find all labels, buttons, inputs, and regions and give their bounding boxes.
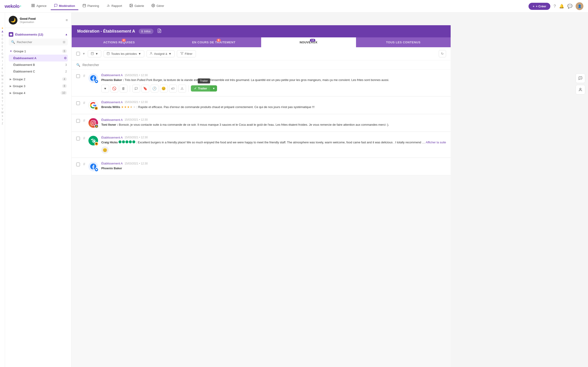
alpha-c[interactable]: C <box>2 37 3 41</box>
tab-tous[interactable]: TOUS LES CONTENUS <box>356 37 451 47</box>
checkbox-dropdown-arrow[interactable]: ▼ <box>82 52 86 56</box>
sidebar-search-input[interactable] <box>17 40 61 44</box>
group-4-count: 10 <box>61 91 67 95</box>
alpha-r[interactable]: R <box>2 92 3 96</box>
alpha-b[interactable]: B <box>2 34 3 37</box>
nav-planning[interactable]: Planning <box>79 2 103 10</box>
nav-gerer[interactable]: Gérer <box>148 2 167 10</box>
etab-a-settings[interactable]: ⚙ <box>64 56 67 60</box>
hide-button[interactable]: 🚫 <box>111 85 118 92</box>
item-3-source: Établissement A <box>101 118 123 122</box>
etablissement-a[interactable]: Établissement A ⚙ <box>9 55 68 61</box>
tab-en-cours[interactable]: 5 EN COURS DE TRAITEMENT <box>166 37 261 47</box>
nav-rapport[interactable]: Rapport <box>103 2 125 10</box>
tag-button[interactable]: 🏷 <box>169 85 177 92</box>
export-icon[interactable] <box>157 28 162 34</box>
item-2-number: # <box>83 101 85 105</box>
alpha-l[interactable]: L <box>2 70 3 74</box>
tab-nouveaux[interactable]: 13 NOUVEAUX <box>261 37 356 47</box>
user-avatar[interactable]: 👤 <box>576 2 583 10</box>
item-5-checkbox[interactable] <box>76 163 80 166</box>
filter-button[interactable]: Filtrer <box>177 50 196 57</box>
etablissement-b[interactable]: Établissement B 3 <box>9 61 68 68</box>
alpha-m[interactable]: M <box>1 74 3 78</box>
traiter-button[interactable]: ✓ Traiter <box>191 85 210 92</box>
nav-agence[interactable]: Agence <box>28 2 50 10</box>
alpha-h[interactable]: H <box>2 56 3 59</box>
group-3-count: 8 <box>62 84 67 88</box>
filter-icon <box>180 52 183 56</box>
etab-c-count: 2 <box>65 70 67 73</box>
select-all-checkbox[interactable] <box>76 52 80 56</box>
agence-icon <box>31 4 35 8</box>
notifications-icon[interactable]: 🔔 <box>559 4 564 9</box>
tab-actions[interactable]: 4 ACTIONS REQUISES <box>72 37 166 47</box>
alpha-t[interactable]: T <box>2 100 3 103</box>
alpha-w[interactable]: W <box>1 111 3 115</box>
help-icon[interactable]: ? <box>553 4 556 9</box>
bookmark-button[interactable]: 🔖 <box>141 85 149 92</box>
logo[interactable]: wekolo · <box>5 3 21 9</box>
clock-button[interactable]: 🕐 <box>151 85 158 92</box>
alpha-a[interactable]: A <box>2 30 3 34</box>
messages-icon[interactable]: 💬 <box>567 4 572 9</box>
nav-galerie[interactable]: Galerie <box>126 2 147 10</box>
etab-a-left: Établissement A <box>13 56 36 60</box>
org-name: Good Food <box>20 17 36 21</box>
calendar-filter[interactable]: ▼ <box>88 50 101 57</box>
alpha-n[interactable]: N <box>2 78 3 81</box>
alpha-x[interactable]: X <box>2 115 3 118</box>
group-3-name: Groupe 3 <box>13 84 25 88</box>
group-2-left: ▶ Groupe 2 <box>10 77 25 81</box>
item-3-checkbox[interactable] <box>76 119 80 123</box>
delete-button[interactable]: 🗑 <box>120 85 128 92</box>
alpha-star[interactable]: ★ <box>1 26 3 30</box>
sidebar-filter-icon[interactable]: ⊞ <box>63 40 65 44</box>
tabs-bar: 4 ACTIONS REQUISES 5 EN COURS DE TRAITEM… <box>72 37 451 47</box>
item-4-social-icon: ★ <box>88 136 98 145</box>
show-more-link[interactable]: Afficher la suite <box>426 141 446 144</box>
alpha-p[interactable]: P <box>2 85 3 89</box>
alpha-y[interactable]: Y <box>2 118 3 122</box>
refresh-button[interactable]: ↻ <box>439 50 446 57</box>
alpha-u[interactable]: U <box>2 103 3 107</box>
create-button[interactable]: + + Créer <box>528 3 550 10</box>
item-5-author: Phoenix Baker <box>101 167 122 170</box>
etablissement-c[interactable]: Établissement C 2 <box>9 68 68 75</box>
alpha-f[interactable]: F <box>2 48 3 52</box>
etablissements-title: Établissements (12) <box>9 32 43 37</box>
alpha-s[interactable]: S <box>2 96 3 100</box>
nav-moderation[interactable]: Modération <box>51 2 78 10</box>
period-filter[interactable]: Toutes les périodes ▼ <box>104 50 144 57</box>
alpha-q[interactable]: Q <box>2 89 3 92</box>
traiter-dropdown-button[interactable]: ▼ <box>210 85 217 92</box>
reply-button[interactable] <box>132 85 140 92</box>
group-4[interactable]: ▶ Groupe 4 10 <box>9 90 68 96</box>
like-button[interactable]: ♥ <box>101 85 109 92</box>
alpha-j[interactable]: J <box>2 63 3 67</box>
info-button[interactable]: ℹ Infos <box>139 29 153 34</box>
alpha-e[interactable]: E <box>2 45 3 48</box>
sidebar-menu-icon[interactable]: ≡ <box>66 18 68 22</box>
group-1[interactable]: ▼ Groupe 1 6 <box>9 48 68 55</box>
group-4-left: ▶ Groupe 4 <box>10 91 25 95</box>
group-3[interactable]: ▶ Groupe 3 8 <box>9 83 68 90</box>
main-search-input[interactable] <box>82 63 446 67</box>
alpha-i[interactable]: I <box>2 59 3 63</box>
item-1-checkbox[interactable] <box>76 74 80 78</box>
alpha-z[interactable]: Z <box>2 122 3 125</box>
alpha-d[interactable]: D <box>2 41 3 45</box>
item-3-author: Toni Ilsner : <box>101 123 118 126</box>
alpha-g[interactable]: G <box>2 52 3 56</box>
emoji-button[interactable]: 😊 <box>160 85 168 92</box>
assign-filter[interactable]: Assigné à ▼ <box>147 50 174 57</box>
item-4-checkbox[interactable] <box>76 137 80 140</box>
alpha-k[interactable]: K <box>2 67 3 70</box>
alpha-v[interactable]: V <box>2 107 3 111</box>
period-icon <box>107 52 110 56</box>
group-2[interactable]: ▶ Groupe 2 4 <box>9 76 68 83</box>
item-2-checkbox[interactable] <box>76 101 80 105</box>
etablissements-header[interactable]: Établissements (12) ▲ <box>9 30 68 39</box>
alert-button[interactable]: ⚠ <box>178 85 186 92</box>
alpha-o[interactable]: O <box>2 81 3 85</box>
